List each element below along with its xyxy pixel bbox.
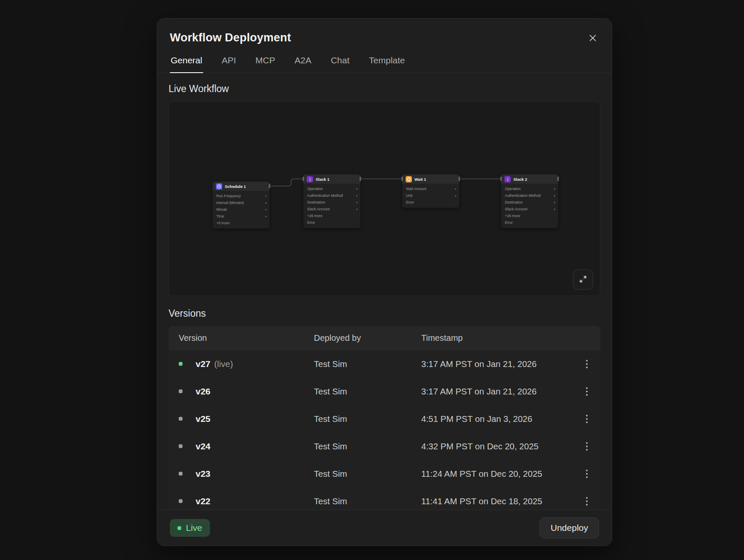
node-field-label: Time bbox=[216, 214, 224, 218]
node-input-handle[interactable] bbox=[303, 177, 304, 181]
node-header: Slack 1 bbox=[303, 174, 360, 184]
versions-table: Version Deployed by Timestamp v27(live) … bbox=[169, 326, 600, 510]
live-workflow-heading: Live Workflow bbox=[169, 83, 600, 95]
node-field: +6 more bbox=[213, 220, 270, 226]
node-title: Slack 1 bbox=[316, 177, 330, 182]
workflow-node[interactable]: Wait 1 Wait AmountUnitError bbox=[402, 174, 459, 208]
node-output-handle[interactable] bbox=[557, 177, 559, 181]
node-field-label: Authentication Method bbox=[505, 193, 541, 198]
timestamp-cell: 3:17 AM PST on Jan 21, 2026 bbox=[421, 359, 563, 369]
field-port-icon bbox=[455, 195, 456, 196]
node-field: Unit bbox=[402, 192, 459, 199]
node-output-handle[interactable] bbox=[269, 184, 270, 188]
table-row: v23 Test Sim 11:24 AM PST on Dec 20, 202… bbox=[169, 460, 600, 487]
version-label: v26 bbox=[196, 386, 210, 396]
node-field-label: Wait Amount bbox=[406, 187, 426, 191]
column-header-version: Version bbox=[179, 333, 314, 343]
version-status-dot bbox=[179, 499, 183, 503]
version-status-dot bbox=[179, 362, 183, 366]
node-field-label: Authentication Method bbox=[307, 193, 343, 198]
expand-canvas-button[interactable] bbox=[573, 269, 593, 290]
field-port-icon bbox=[265, 216, 267, 217]
expand-diagonal-icon bbox=[579, 275, 587, 285]
undeploy-button[interactable]: Undeploy bbox=[540, 517, 599, 538]
tab-a2a[interactable]: A2A bbox=[294, 55, 312, 73]
node-fields: Wait AmountUnitError bbox=[402, 184, 459, 208]
tab-template[interactable]: Template bbox=[368, 55, 406, 73]
version-label: v23 bbox=[196, 469, 210, 478]
table-header: Version Deployed by Timestamp bbox=[169, 326, 600, 350]
timestamp-cell: 4:51 PM PST on Jan 3, 2026 bbox=[421, 414, 563, 424]
node-header: Wait 1 bbox=[402, 174, 459, 184]
node-title: Schedule 1 bbox=[225, 184, 246, 189]
node-output-handle[interactable] bbox=[458, 177, 460, 181]
slack-icon bbox=[504, 176, 511, 182]
table-row: v22 Test Sim 11:41 AM PST on Dec 18, 202… bbox=[169, 487, 600, 510]
row-menu-button[interactable] bbox=[583, 494, 590, 509]
node-header: Slack 2 bbox=[501, 174, 558, 184]
node-title: Wait 1 bbox=[414, 177, 426, 182]
tab-api[interactable]: API bbox=[221, 55, 237, 73]
version-live-suffix: (live) bbox=[214, 359, 233, 369]
workflow-node[interactable]: Slack 2 OperationAuthentication MethodDe… bbox=[501, 174, 558, 228]
timestamp-cell: 11:41 AM PST on Dec 18, 2025 bbox=[421, 496, 563, 506]
row-menu-button[interactable] bbox=[583, 356, 590, 372]
field-port-icon bbox=[356, 202, 357, 203]
node-field-label: +26 more bbox=[307, 214, 322, 218]
node-input-handle[interactable] bbox=[401, 177, 403, 181]
node-field: +26 more bbox=[303, 212, 360, 219]
node-title: Slack 2 bbox=[513, 177, 527, 182]
tab-bar: GeneralAPIMCPA2AChatTemplate bbox=[157, 55, 612, 73]
node-field: Slack Account bbox=[303, 206, 360, 212]
modal-footer: Live Undeploy bbox=[157, 510, 612, 546]
node-field-label: Minute bbox=[216, 207, 227, 212]
close-button[interactable] bbox=[586, 32, 599, 44]
clock-icon bbox=[216, 183, 222, 190]
workflow-node[interactable]: Slack 1 OperationAuthentication MethodDe… bbox=[303, 174, 360, 228]
field-port-icon bbox=[356, 195, 357, 196]
row-menu-button[interactable] bbox=[583, 384, 590, 399]
row-menu-button[interactable] bbox=[583, 466, 590, 481]
field-port-icon bbox=[554, 202, 555, 203]
table-row: v24 Test Sim 4:32 PM PST on Dec 20, 2025 bbox=[169, 432, 600, 460]
timestamp-cell: 4:32 PM PST on Dec 20, 2025 bbox=[421, 441, 563, 451]
deployed-by-cell: Test Sim bbox=[314, 386, 421, 397]
version-status-dot bbox=[179, 444, 183, 448]
node-field: Destination bbox=[501, 199, 558, 206]
node-field-label: Slack Account bbox=[505, 207, 527, 211]
node-field: Wait Amount bbox=[402, 185, 459, 192]
tab-general[interactable]: General bbox=[170, 55, 203, 73]
versions-heading: Versions bbox=[169, 308, 600, 319]
node-field-label: +26 more bbox=[505, 214, 520, 218]
timestamp-cell: 11:24 AM PST on Dec 20, 2025 bbox=[421, 469, 563, 479]
timestamp-cell: 3:17 AM PST on Jan 21, 2026 bbox=[421, 386, 563, 397]
deployed-by-cell: Test Sim bbox=[314, 469, 421, 479]
version-status-dot bbox=[179, 417, 183, 421]
row-menu-button[interactable] bbox=[583, 411, 590, 427]
deployed-by-cell: Test Sim bbox=[314, 496, 421, 506]
tab-chat[interactable]: Chat bbox=[330, 55, 350, 73]
node-field-label: Interval (Minutes) bbox=[216, 201, 244, 205]
column-header-deployed-by: Deployed by bbox=[314, 333, 421, 343]
modal-content: Live Workflow Schedule 1 Run FrequencyIn… bbox=[157, 73, 612, 510]
node-header: Schedule 1 bbox=[213, 182, 270, 191]
node-input-handle[interactable] bbox=[500, 177, 502, 181]
node-field-label: Error bbox=[406, 200, 414, 204]
node-fields: Run FrequencyInterval (Minutes)MinuteTim… bbox=[213, 191, 270, 228]
node-field: Error bbox=[402, 199, 459, 206]
field-port-icon bbox=[265, 209, 267, 210]
column-header-timestamp: Timestamp bbox=[421, 333, 563, 343]
deployed-by-cell: Test Sim bbox=[314, 359, 421, 369]
node-output-handle[interactable] bbox=[360, 177, 361, 181]
live-status-badge: Live bbox=[170, 519, 210, 537]
node-fields: OperationAuthentication MethodDestinatio… bbox=[303, 184, 360, 228]
workflow-canvas[interactable]: Schedule 1 Run FrequencyInterval (Minute… bbox=[169, 101, 600, 296]
node-field: Run Frequency bbox=[213, 193, 270, 199]
field-port-icon bbox=[455, 188, 456, 190]
tab-mcp[interactable]: MCP bbox=[255, 55, 276, 73]
workflow-node[interactable]: Schedule 1 Run FrequencyInterval (Minute… bbox=[213, 182, 270, 228]
workflow-deployment-modal: Workflow Deployment GeneralAPIMCPA2AChat… bbox=[157, 18, 612, 546]
node-field: Destination bbox=[303, 199, 360, 206]
node-field: Interval (Minutes) bbox=[213, 199, 270, 206]
row-menu-button[interactable] bbox=[583, 439, 590, 454]
